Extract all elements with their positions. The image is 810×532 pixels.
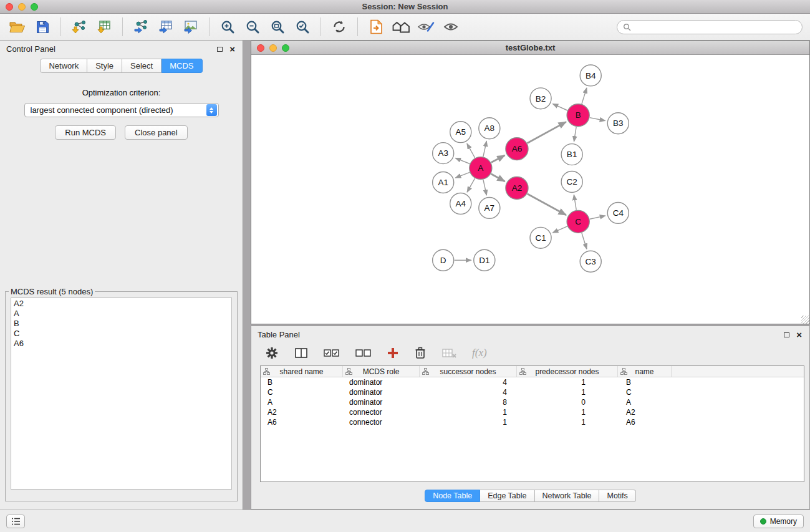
node-B[interactable]: B	[567, 104, 589, 127]
result-item[interactable]: A2	[14, 299, 229, 309]
export-image-button[interactable]	[180, 16, 202, 38]
edge-C-C1[interactable]	[552, 226, 567, 233]
close-window-button[interactable]	[6, 3, 13, 11]
export-table-button[interactable]	[155, 16, 177, 38]
edge-B-B1[interactable]	[574, 127, 576, 142]
close-network-window-button[interactable]	[257, 44, 264, 52]
table-row[interactable]: A2connector11A2	[261, 407, 804, 417]
node-A4[interactable]: A4	[450, 193, 471, 214]
deselect-all-rows-button[interactable]	[355, 349, 371, 357]
column-header-predecessor-nodes[interactable]: predecessor nodes	[517, 366, 618, 377]
edge-A-A8[interactable]	[483, 141, 486, 157]
task-history-button[interactable]	[6, 515, 25, 528]
edge-A-A4[interactable]	[467, 178, 475, 192]
zoom-network-window-button[interactable]	[282, 44, 289, 52]
column-header-successor-nodes[interactable]: successor nodes	[420, 366, 517, 377]
node-A1[interactable]: A1	[433, 172, 454, 193]
show-hide-panels-button[interactable]	[390, 16, 412, 38]
tab-motifs[interactable]: Motifs	[599, 490, 635, 502]
minimize-network-window-button[interactable]	[269, 44, 277, 52]
result-item[interactable]: B	[14, 319, 229, 329]
edge-C-C4[interactable]	[590, 216, 605, 219]
import-network-button[interactable]	[68, 16, 90, 38]
tab-select[interactable]: Select	[122, 59, 162, 73]
mcds-result-list[interactable]: A2ABCA6	[11, 297, 232, 490]
optimization-criterion-dropdown[interactable]: largest connected component (directed)	[24, 103, 219, 117]
float-table-panel-icon[interactable]	[784, 332, 789, 337]
zoom-selected-button[interactable]	[291, 16, 314, 38]
show-columns-button[interactable]	[295, 347, 307, 359]
table-row[interactable]: Cdominator41C	[261, 387, 804, 397]
import-table-button[interactable]	[93, 16, 115, 38]
annotation-mode-button[interactable]	[415, 16, 437, 38]
node-D1[interactable]: D1	[474, 249, 495, 271]
edge-B-B2[interactable]	[552, 104, 567, 110]
tab-network-table[interactable]: Network Table	[535, 490, 600, 502]
close-control-panel-icon[interactable]: ×	[229, 44, 235, 54]
node-C[interactable]: C	[567, 210, 589, 233]
float-panel-icon[interactable]	[217, 47, 223, 52]
search-field[interactable]	[617, 20, 803, 34]
memory-button[interactable]: Memory	[753, 515, 804, 528]
node-A8[interactable]: A8	[479, 118, 500, 139]
save-session-button[interactable]	[31, 16, 54, 38]
node-B4[interactable]: B4	[580, 65, 601, 86]
node-A3[interactable]: A3	[433, 143, 454, 164]
zoom-window-button[interactable]	[31, 3, 38, 11]
minimize-window-button[interactable]	[18, 3, 26, 11]
edge-A-A6[interactable]	[491, 155, 505, 163]
node-C2[interactable]: C2	[561, 172, 582, 193]
node-B3[interactable]: B3	[607, 113, 629, 134]
select-all-rows-button[interactable]	[324, 349, 339, 357]
column-header-MCDS-role[interactable]: MCDS role	[343, 366, 420, 377]
edge-A6-B[interactable]	[528, 122, 566, 143]
tab-node-table[interactable]: Node Table	[425, 490, 480, 502]
table-row[interactable]: Bdominator41B	[261, 377, 804, 387]
show-graphics-details-button[interactable]	[440, 16, 462, 38]
edge-B-B4[interactable]	[582, 88, 587, 104]
zoom-fit-button[interactable]	[266, 16, 289, 38]
node-A[interactable]: A	[470, 157, 492, 180]
edge-B-B3[interactable]	[590, 118, 605, 121]
node-C1[interactable]: C1	[530, 227, 551, 248]
node-C3[interactable]: C3	[580, 251, 601, 272]
search-input[interactable]	[634, 22, 796, 31]
node-A2[interactable]: A2	[506, 177, 528, 200]
edge-A2-C[interactable]	[528, 194, 566, 215]
table-row[interactable]: A6connector11A6	[261, 417, 804, 427]
export-network-button[interactable]	[130, 16, 152, 38]
edge-A-A2[interactable]	[491, 174, 504, 181]
edge-C-C3[interactable]	[582, 233, 587, 249]
table-settings-button[interactable]	[265, 346, 279, 360]
node-B2[interactable]: B2	[530, 88, 551, 109]
column-header-shared-name[interactable]: shared name	[261, 366, 343, 377]
edge-A-A7[interactable]	[483, 180, 486, 195]
create-column-button[interactable]	[387, 347, 398, 359]
column-header-name[interactable]: name	[618, 366, 672, 377]
network-canvas[interactable]: AA6A2BCA5A8A3A1A4A7B1B2B3B4C1C2C3C4DD1	[251, 55, 809, 324]
open-session-button[interactable]	[6, 16, 29, 38]
node-C4[interactable]: C4	[607, 202, 629, 223]
open-document-panel-button[interactable]	[365, 16, 387, 38]
node-A6[interactable]: A6	[506, 138, 528, 160]
edge-C-C2[interactable]	[574, 195, 576, 210]
edge-A-A1[interactable]	[455, 172, 470, 178]
node-A5[interactable]: A5	[450, 122, 471, 143]
zoom-in-button[interactable]	[216, 16, 239, 38]
edge-A-A5[interactable]	[467, 143, 475, 158]
tab-style[interactable]: Style	[87, 59, 122, 73]
tab-mcds[interactable]: MCDS	[162, 59, 202, 73]
function-builder-button[interactable]: f(x)	[472, 347, 487, 359]
result-item[interactable]: C	[14, 329, 229, 339]
run-mcds-button[interactable]: Run MCDS	[55, 125, 116, 140]
resize-handle[interactable]	[801, 316, 809, 324]
delete-table-button-disabled[interactable]	[442, 348, 457, 358]
close-table-panel-icon[interactable]: ×	[796, 330, 802, 339]
edge-A-A3[interactable]	[455, 158, 470, 163]
tab-edge-table[interactable]: Edge Table	[480, 490, 534, 502]
delete-column-button[interactable]	[415, 347, 426, 359]
node-D[interactable]: D	[433, 249, 454, 271]
network-window-titlebar[interactable]: testGlobe.txt	[251, 41, 809, 55]
result-item[interactable]: A	[14, 309, 229, 319]
node-A7[interactable]: A7	[479, 197, 500, 218]
